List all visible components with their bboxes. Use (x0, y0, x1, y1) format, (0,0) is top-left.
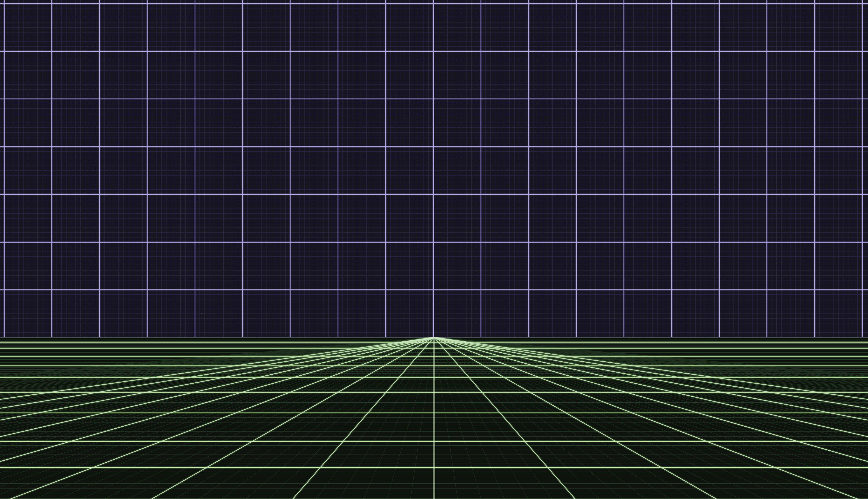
retro-grid-scene (0, 0, 868, 499)
scene-canvas (0, 0, 868, 499)
floor-grid (0, 337, 868, 499)
wall-grid (0, 0, 868, 337)
